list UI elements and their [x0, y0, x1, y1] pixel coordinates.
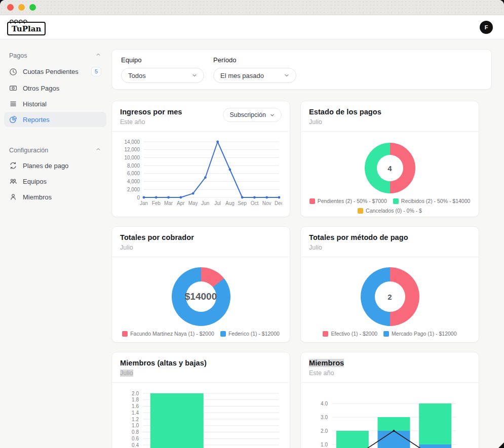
- chevron-down-icon: [269, 112, 275, 118]
- card-subtitle: Julio: [120, 370, 133, 377]
- sidebar-item-label: Reportes: [23, 116, 50, 124]
- sidebar-section-configuracion: ConfiguraciónPlanes de pagoEquiposMiembr…: [4, 143, 106, 205]
- equipo-select[interactable]: Todos: [121, 68, 204, 83]
- svg-text:0.6: 0.6: [132, 436, 139, 441]
- app-logo: TuPlan: [7, 22, 46, 35]
- sidebar-item-label: Equipos: [23, 178, 47, 185]
- sidebar-item-miembros[interactable]: Miembros: [4, 189, 106, 205]
- card-miembros-altas-bajas: Miembros (altas y bajas) Julio 0.00.20.4…: [111, 352, 290, 448]
- card-totales-metodo: Totales por método de pago Julio 2 Efect…: [300, 226, 479, 343]
- card-totales-cobrador: Totales por cobrador Julio $14000 Facund…: [111, 226, 290, 343]
- sidebar-item-reportes[interactable]: Reportes: [4, 112, 106, 127]
- donut-center-value: $14000: [185, 291, 217, 302]
- altas-bajas-bar-chart: 0.00.20.40.60.81.01.21.41.61.82.0: [120, 387, 282, 448]
- close-button[interactable]: [7, 4, 14, 11]
- svg-text:1.4: 1.4: [132, 410, 139, 416]
- legend-label: Pendientes (2) - 50% - $7000: [318, 198, 387, 204]
- sidebar-item-otros-pagos[interactable]: Otros Pagos: [4, 80, 106, 96]
- sidebar-item-label: Otros Pagos: [23, 85, 59, 92]
- sidebar-section-label: Pagos: [9, 52, 27, 59]
- periodo-value: El mes pasado: [220, 72, 264, 79]
- titlebar: [0, 0, 504, 15]
- legend-swatch: [358, 208, 363, 214]
- svg-text:8,000: 8,000: [127, 163, 140, 169]
- sidebar-item-cuotas-pendientes[interactable]: Cuotas Pendientes5: [4, 63, 106, 80]
- estado-legend: Pendientes (2) - 50% - $7000Recibidos (2…: [309, 198, 471, 214]
- subscription-dropdown[interactable]: Subscripción: [223, 108, 282, 122]
- svg-text:0.8: 0.8: [132, 429, 139, 435]
- maximize-button[interactable]: [29, 4, 36, 11]
- svg-text:Sep: Sep: [238, 200, 247, 206]
- legend-item: Mercado Pago (1) - $12000: [383, 331, 456, 337]
- svg-text:Aug: Aug: [225, 200, 235, 206]
- periodo-field: Período El mes pasado: [213, 56, 296, 83]
- svg-text:Nov: Nov: [262, 200, 272, 206]
- svg-text:1.8: 1.8: [132, 397, 139, 402]
- sidebar-item-equipos[interactable]: Equipos: [4, 174, 106, 189]
- user-icon: [9, 193, 17, 201]
- legend-item: Pendientes (2) - 50% - $7000: [309, 198, 387, 204]
- sidebar-section-header[interactable]: Configuración: [4, 143, 106, 157]
- sidebar: PagosCuotas Pendientes5Otros PagosHistor…: [0, 39, 111, 448]
- card-title: Totales por método de pago: [309, 233, 408, 241]
- sidebar-item-historial[interactable]: Historial: [4, 96, 106, 111]
- user-avatar[interactable]: F: [480, 21, 493, 34]
- legend-swatch: [393, 198, 399, 204]
- card-subtitle: Este año: [120, 118, 182, 126]
- main-content: Equipo Todos Período El mes pasado: [111, 39, 504, 448]
- svg-text:1.2: 1.2: [132, 417, 139, 422]
- card-subtitle: Julio: [309, 244, 408, 251]
- ingresos-line-chart: 02,0004,0006,0008,00010,00012,00014,000J…: [120, 136, 282, 213]
- sidebar-item-label: Historial: [23, 100, 47, 108]
- card-subtitle: Julio: [120, 244, 194, 251]
- equipo-value: Todos: [128, 72, 146, 79]
- svg-text:Jan: Jan: [140, 200, 148, 206]
- card-subtitle: Este año: [309, 370, 344, 377]
- svg-text:6,000: 6,000: [127, 171, 140, 176]
- sidebar-item-label: Planes de pago: [23, 162, 68, 170]
- cobrador-donut-chart: $14000: [172, 267, 230, 326]
- svg-text:0: 0: [137, 195, 140, 200]
- card-title: Miembros (altas y bajas): [120, 359, 207, 367]
- svg-text:Apr: Apr: [177, 200, 185, 206]
- equipo-field: Equipo Todos: [121, 56, 204, 83]
- donut-center-value: 2: [387, 293, 392, 301]
- filters-card: Equipo Todos Período El mes pasado: [111, 49, 492, 90]
- legend-label: Efectivo (1) - $2000: [331, 331, 377, 337]
- card-miembros-este-ano: Miembros Este año 0.01.02.03.04.0: [300, 352, 479, 448]
- legend-swatch: [323, 331, 328, 337]
- chevron-up-icon: [95, 146, 101, 154]
- sidebar-item-planes-de-pago[interactable]: Planes de pago: [4, 158, 106, 173]
- card-title: Miembros: [309, 359, 344, 367]
- users-icon: [9, 177, 17, 185]
- equipo-label: Equipo: [121, 56, 204, 64]
- sidebar-section-pagos: PagosCuotas Pendientes5Otros PagosHistor…: [4, 49, 106, 127]
- legend-swatch: [122, 331, 128, 337]
- legend-label: Federico (1) - $12000: [228, 331, 280, 337]
- legend-swatch: [220, 331, 226, 337]
- reports-grid: Ingresos por mes Este año Subscripción 0…: [111, 101, 492, 448]
- legend-item: Efectivo (1) - $2000: [323, 331, 377, 337]
- svg-text:14,000: 14,000: [124, 139, 140, 145]
- sidebar-section-header[interactable]: Pagos: [4, 49, 106, 62]
- app-window: TuPlan F PagosCuotas Pendientes5Otros Pa…: [0, 0, 504, 448]
- sidebar-section-label: Configuración: [9, 147, 48, 154]
- card-title: Estado de los pagos: [309, 108, 381, 116]
- chevron-down-icon: [191, 72, 198, 78]
- legend-swatch: [383, 331, 389, 337]
- legend-label: Facundo Martinez Naya (1) - $2000: [130, 331, 214, 337]
- avatar-initial: F: [485, 24, 488, 30]
- svg-text:1.0: 1.0: [321, 442, 328, 447]
- svg-text:Jun: Jun: [201, 200, 209, 206]
- pie-icon: [9, 115, 17, 124]
- svg-text:Feb: Feb: [152, 200, 161, 206]
- svg-text:0.4: 0.4: [132, 442, 139, 448]
- legend-item: Federico (1) - $12000: [220, 331, 280, 337]
- sidebar-item-label: Miembros: [23, 193, 52, 201]
- minimize-button[interactable]: [18, 4, 25, 11]
- card-subtitle: Julio: [309, 118, 381, 126]
- estado-donut-chart: 4: [365, 143, 415, 193]
- list-icon: [9, 100, 17, 108]
- periodo-select[interactable]: El mes pasado: [213, 68, 296, 83]
- svg-text:3.0: 3.0: [321, 415, 328, 420]
